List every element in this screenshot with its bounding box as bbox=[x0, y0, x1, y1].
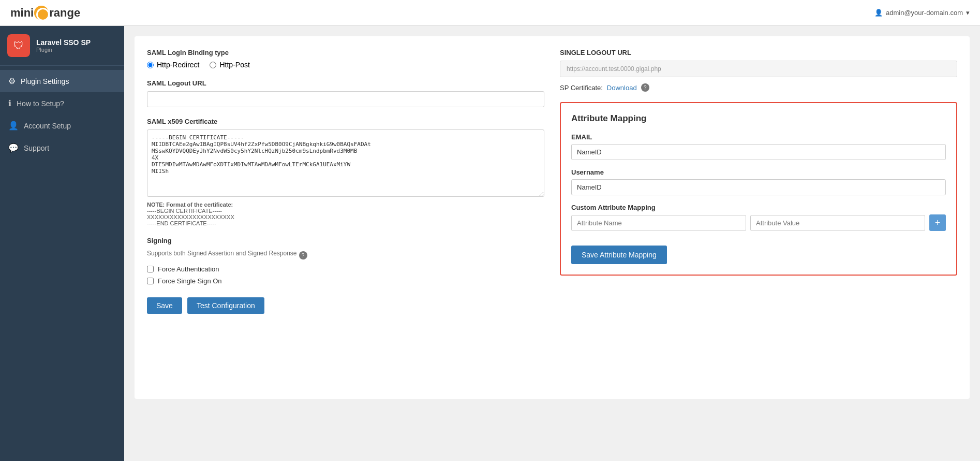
two-col-layout: SAML Login Binding type Http-Redirect Ht… bbox=[147, 49, 957, 314]
radio-http-post-input[interactable] bbox=[210, 62, 216, 68]
radio-http-post[interactable]: Http-Post bbox=[210, 61, 249, 69]
brand-title: Laravel SSO SP bbox=[36, 38, 91, 47]
sidebar-item-label: Account Setup bbox=[24, 122, 71, 130]
signing-checkboxes: Force Authentication Force Single Sign O… bbox=[147, 265, 544, 285]
force-sso-input[interactable] bbox=[147, 278, 154, 284]
saml-cert-section: SAML x509 Certificate -----BEGIN CERTIFI… bbox=[147, 118, 544, 226]
email-field-group: EMAIL bbox=[571, 133, 946, 160]
sidebar-item-label: Support bbox=[24, 144, 49, 152]
save-attr-mapping-button[interactable]: Save Attribute Mapping bbox=[571, 246, 667, 264]
content-card: SAML Login Binding type Http-Redirect Ht… bbox=[135, 36, 970, 399]
sidebar-item-account-setup[interactable]: 👤 Account Setup bbox=[0, 114, 124, 137]
user-icon: 👤 bbox=[8, 121, 19, 131]
sp-cert-row: SP Certificate: Download ? bbox=[560, 83, 957, 92]
add-attr-button[interactable]: + bbox=[929, 214, 946, 231]
attribute-mapping-title: Attribute Mapping bbox=[571, 113, 946, 124]
cert-format-3: -----END CERTIFICATE----- bbox=[147, 220, 216, 226]
sidebar: 🛡 Laravel SSO SP Plugin ⚙ Plugin Setting… bbox=[0, 26, 124, 461]
user-email: admin@your-domain.com bbox=[886, 9, 963, 17]
radio-http-redirect-label: Http-Redirect bbox=[157, 61, 199, 69]
brand-icon: 🛡 bbox=[7, 34, 30, 57]
logo-text-mini: mini bbox=[10, 6, 34, 20]
main-content: SAML Login Binding type Http-Redirect Ht… bbox=[124, 26, 980, 461]
logo-text-range: range bbox=[49, 6, 80, 20]
user-icon: 👤 bbox=[874, 9, 883, 17]
custom-attr-row: + bbox=[571, 214, 946, 231]
brand-text: Laravel SSO SP Plugin bbox=[36, 38, 91, 53]
force-auth-input[interactable] bbox=[147, 266, 154, 272]
saml-cert-label: SAML x509 Certificate bbox=[147, 118, 544, 125]
sidebar-item-how-to-setup[interactable]: ℹ How to Setup? bbox=[0, 92, 124, 114]
saml-login-binding-label: SAML Login Binding type bbox=[147, 49, 544, 56]
action-row: Save Test Configuration bbox=[147, 297, 544, 314]
email-field-label: EMAIL bbox=[571, 133, 946, 141]
sidebar-item-label: How to Setup? bbox=[17, 99, 64, 108]
force-auth-label: Force Authentication bbox=[158, 265, 219, 273]
single-logout-label: SINGLE LOGOUT URL bbox=[560, 49, 957, 56]
email-input[interactable] bbox=[571, 144, 946, 160]
cert-format-2: XXXXXXXXXXXXXXXXXXXXXXX bbox=[147, 214, 234, 220]
sidebar-item-label: Plugin Settings bbox=[21, 77, 69, 85]
attr-value-input[interactable] bbox=[750, 215, 925, 231]
single-logout-section: SINGLE LOGOUT URL https://account.test.0… bbox=[560, 49, 957, 92]
logo: minirange bbox=[10, 6, 80, 20]
cert-note: NOTE: Format of the certificate: -----BE… bbox=[147, 201, 544, 226]
gear-icon: ⚙ bbox=[8, 76, 16, 86]
radio-http-post-label: Http-Post bbox=[219, 61, 249, 69]
signing-label: Signing bbox=[147, 237, 544, 244]
single-logout-url-box: https://account.test.0000.gigal.php bbox=[560, 61, 957, 77]
app-layout: 🛡 Laravel SSO SP Plugin ⚙ Plugin Setting… bbox=[0, 26, 980, 461]
custom-attr-label: Custom Attribute Mapping bbox=[571, 204, 946, 211]
radio-http-redirect[interactable]: Http-Redirect bbox=[147, 61, 199, 69]
cert-format-1: -----BEGIN CERTIFICATE----- bbox=[147, 208, 222, 214]
sp-cert-download-link[interactable]: Download bbox=[607, 84, 637, 92]
username-field-label: Username bbox=[571, 168, 946, 176]
sidebar-brand: 🛡 Laravel SSO SP Plugin bbox=[0, 26, 124, 66]
signing-section: Signing Supports both Signed Assertion a… bbox=[147, 237, 544, 285]
custom-attr-section: Custom Attribute Mapping + bbox=[571, 204, 946, 231]
attr-name-input[interactable] bbox=[571, 215, 746, 231]
sp-cert-label: SP Certificate: bbox=[560, 84, 603, 92]
right-panel: SINGLE LOGOUT URL https://account.test.0… bbox=[560, 49, 957, 276]
signing-sublabel: Supports both Signed Assertion and Signe… bbox=[147, 250, 297, 257]
saml-logout-url-label: SAML Logout URL bbox=[147, 79, 544, 87]
topbar: minirange 👤 admin@your-domain.com ▾ bbox=[0, 0, 980, 26]
cert-note-strong: NOTE: Format of the certificate: bbox=[147, 201, 233, 208]
sidebar-nav: ⚙ Plugin Settings ℹ How to Setup? 👤 Acco… bbox=[0, 66, 124, 163]
brand-sub: Plugin bbox=[36, 47, 91, 53]
left-panel: SAML Login Binding type Http-Redirect Ht… bbox=[147, 49, 544, 314]
sidebar-item-plugin-settings[interactable]: ⚙ Plugin Settings bbox=[0, 70, 124, 92]
sidebar-item-support[interactable]: 💬 Support bbox=[0, 137, 124, 159]
test-config-button[interactable]: Test Configuration bbox=[187, 297, 264, 314]
saml-cert-textarea[interactable]: -----BEGIN CERTIFICATE----- MIIDBTCAEe2g… bbox=[147, 129, 544, 197]
force-sso-checkbox[interactable]: Force Single Sign On bbox=[147, 277, 544, 285]
saml-logout-url-input[interactable] bbox=[147, 91, 544, 107]
username-field-group: Username bbox=[571, 168, 946, 195]
dropdown-icon[interactable]: ▾ bbox=[966, 9, 970, 17]
saml-login-binding-section: SAML Login Binding type Http-Redirect Ht… bbox=[147, 49, 544, 69]
logo-icon bbox=[34, 6, 49, 20]
support-icon: 💬 bbox=[8, 143, 19, 153]
help-icon[interactable]: ? bbox=[299, 251, 307, 260]
signing-sublabel-row: Supports both Signed Assertion and Signe… bbox=[147, 250, 307, 261]
radio-http-redirect-input[interactable] bbox=[147, 62, 154, 68]
attribute-mapping-panel: Attribute Mapping EMAIL Username bbox=[560, 102, 957, 276]
username-input[interactable] bbox=[571, 179, 946, 195]
save-button[interactable]: Save bbox=[147, 297, 182, 314]
force-sso-label: Force Single Sign On bbox=[158, 277, 222, 285]
saml-binding-radio-group: Http-Redirect Http-Post bbox=[147, 61, 544, 69]
sp-cert-help-icon[interactable]: ? bbox=[641, 83, 649, 92]
user-info: 👤 admin@your-domain.com ▾ bbox=[874, 9, 970, 17]
force-auth-checkbox[interactable]: Force Authentication bbox=[147, 265, 544, 273]
saml-logout-url-section: SAML Logout URL bbox=[147, 79, 544, 107]
info-icon: ℹ bbox=[8, 98, 11, 108]
